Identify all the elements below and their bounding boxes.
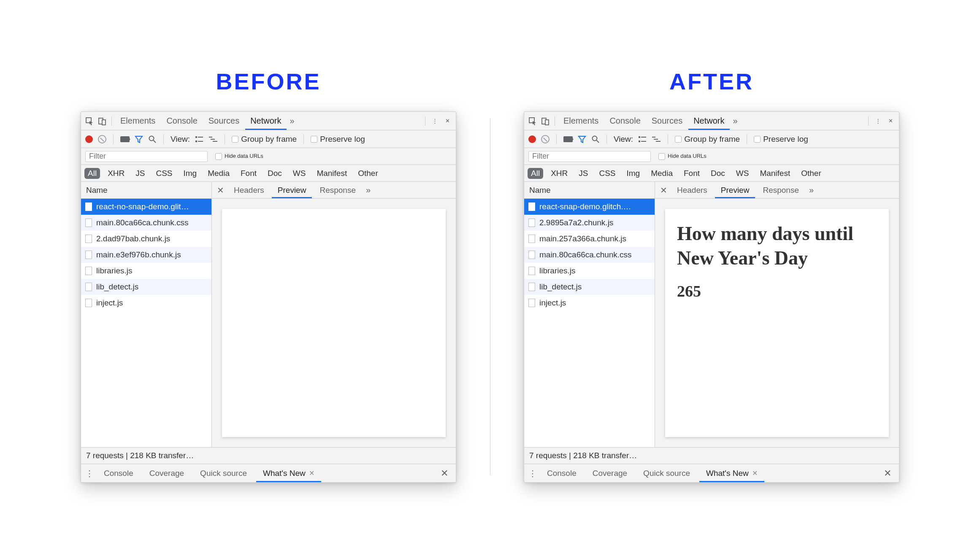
request-row[interactable]: lib_detect.js: [81, 279, 211, 295]
type-all[interactable]: All: [528, 168, 543, 179]
inspect-element-icon[interactable]: [527, 115, 539, 127]
tab-console[interactable]: Console: [161, 112, 202, 130]
drawer-tab-coverage[interactable]: Coverage: [143, 464, 191, 482]
request-row[interactable]: 2.9895a7a2.chunk.js: [524, 215, 655, 231]
request-row[interactable]: lib_detect.js: [524, 279, 655, 295]
drawer-tab-coverage[interactable]: Coverage: [586, 464, 634, 482]
drawer-tab-quick-source[interactable]: Quick source: [193, 464, 254, 482]
type-doc[interactable]: Doc: [707, 168, 728, 179]
type-all[interactable]: All: [84, 168, 100, 179]
type-img[interactable]: Img: [180, 168, 200, 179]
type-css[interactable]: CSS: [152, 168, 176, 179]
tab-network[interactable]: Network: [245, 112, 286, 130]
type-font[interactable]: Font: [237, 168, 260, 179]
drawer-tab-whats-new[interactable]: What's New ✕: [699, 464, 764, 482]
drawer-menu-icon[interactable]: ⋮: [84, 468, 95, 478]
drawer-tab-quick-source[interactable]: Quick source: [636, 464, 697, 482]
preserve-log-checkbox[interactable]: Preserve log: [754, 135, 808, 144]
overview-icon[interactable]: [652, 135, 661, 143]
request-row[interactable]: libraries.js: [524, 263, 655, 279]
type-ws[interactable]: WS: [733, 168, 753, 179]
type-css[interactable]: CSS: [596, 168, 619, 179]
tab-sources[interactable]: Sources: [203, 112, 244, 130]
type-img[interactable]: Img: [623, 168, 644, 179]
type-manifest[interactable]: Manifest: [313, 168, 350, 179]
preserve-log-checkbox[interactable]: Preserve log: [311, 135, 365, 144]
drawer-close-icon[interactable]: ✕: [880, 468, 896, 479]
group-by-frame-checkbox[interactable]: Group by frame: [232, 135, 297, 144]
close-devtools-icon[interactable]: ✕: [441, 115, 453, 127]
overview-icon[interactable]: [208, 135, 218, 143]
clear-icon[interactable]: [98, 135, 106, 143]
close-tab-icon[interactable]: ✕: [752, 469, 758, 477]
detail-tab-headers[interactable]: Headers: [228, 182, 270, 198]
detail-tab-headers[interactable]: Headers: [671, 182, 713, 198]
device-toolbar-icon[interactable]: [96, 115, 108, 127]
request-row[interactable]: main.80ca66ca.chunk.css: [81, 215, 211, 231]
detail-more-icon[interactable]: »: [363, 185, 373, 195]
record-icon[interactable]: [528, 135, 536, 143]
tab-elements[interactable]: Elements: [558, 112, 604, 130]
drawer-tab-console[interactable]: Console: [97, 464, 140, 482]
detail-tab-response[interactable]: Response: [757, 182, 805, 198]
large-rows-icon[interactable]: [195, 135, 203, 143]
request-list-header[interactable]: Name: [524, 182, 655, 199]
close-tab-icon[interactable]: ✕: [309, 469, 314, 477]
close-detail-icon[interactable]: ✕: [658, 185, 669, 195]
search-icon[interactable]: [591, 135, 600, 143]
filter-icon[interactable]: [578, 135, 586, 143]
more-tabs-icon[interactable]: »: [287, 116, 297, 126]
kebab-menu-icon[interactable]: ⋮: [872, 115, 884, 127]
type-media[interactable]: Media: [204, 168, 233, 179]
detail-tab-preview[interactable]: Preview: [272, 182, 312, 198]
close-detail-icon[interactable]: ✕: [214, 185, 226, 195]
screenshot-icon[interactable]: [563, 136, 573, 142]
type-ws[interactable]: WS: [290, 168, 309, 179]
hide-data-urls-checkbox[interactable]: Hide data URLs: [658, 153, 707, 160]
request-row[interactable]: main.80ca66ca.chunk.css: [524, 247, 655, 263]
request-row[interactable]: main.257a366a.chunk.js: [524, 231, 655, 247]
clear-icon[interactable]: [541, 135, 550, 143]
request-row[interactable]: react-snap-demo.glitch.…: [524, 199, 655, 215]
tab-sources[interactable]: Sources: [647, 112, 688, 130]
type-font[interactable]: Font: [680, 168, 703, 179]
hide-data-urls-checkbox[interactable]: Hide data URLs: [215, 153, 263, 160]
device-toolbar-icon[interactable]: [539, 115, 551, 127]
filter-input[interactable]: [528, 151, 651, 162]
request-row[interactable]: inject.js: [524, 295, 655, 311]
tab-console[interactable]: Console: [604, 112, 645, 130]
type-doc[interactable]: Doc: [264, 168, 285, 179]
type-xhr[interactable]: XHR: [104, 168, 128, 179]
detail-more-icon[interactable]: »: [807, 185, 816, 195]
request-row[interactable]: react-no-snap-demo.glit…: [81, 199, 211, 215]
kebab-menu-icon[interactable]: ⋮: [429, 115, 441, 127]
filter-icon[interactable]: [135, 135, 143, 143]
request-row[interactable]: libraries.js: [81, 263, 211, 279]
inspect-element-icon[interactable]: [84, 115, 95, 127]
detail-tab-response[interactable]: Response: [314, 182, 362, 198]
detail-tab-preview[interactable]: Preview: [715, 182, 755, 198]
request-list-header[interactable]: Name: [81, 182, 211, 199]
large-rows-icon[interactable]: [638, 135, 647, 143]
type-xhr[interactable]: XHR: [547, 168, 571, 179]
close-devtools-icon[interactable]: ✕: [885, 115, 896, 127]
filter-input[interactable]: [85, 151, 208, 162]
type-other[interactable]: Other: [355, 168, 382, 179]
type-js[interactable]: JS: [575, 168, 591, 179]
more-tabs-icon[interactable]: »: [731, 116, 740, 126]
drawer-menu-icon[interactable]: ⋮: [528, 468, 538, 478]
drawer-close-icon[interactable]: ✕: [436, 468, 452, 479]
record-icon[interactable]: [85, 135, 93, 143]
search-icon[interactable]: [148, 135, 157, 143]
type-media[interactable]: Media: [647, 168, 676, 179]
request-row[interactable]: 2.dad97bab.chunk.js: [81, 231, 211, 247]
type-other[interactable]: Other: [798, 168, 825, 179]
tab-elements[interactable]: Elements: [115, 112, 160, 130]
drawer-tab-whats-new[interactable]: What's New ✕: [256, 464, 321, 482]
group-by-frame-checkbox[interactable]: Group by frame: [675, 135, 740, 144]
tab-network[interactable]: Network: [688, 112, 729, 130]
type-js[interactable]: JS: [132, 168, 148, 179]
screenshot-icon[interactable]: [120, 136, 130, 142]
request-row[interactable]: inject.js: [81, 295, 211, 311]
type-manifest[interactable]: Manifest: [756, 168, 793, 179]
